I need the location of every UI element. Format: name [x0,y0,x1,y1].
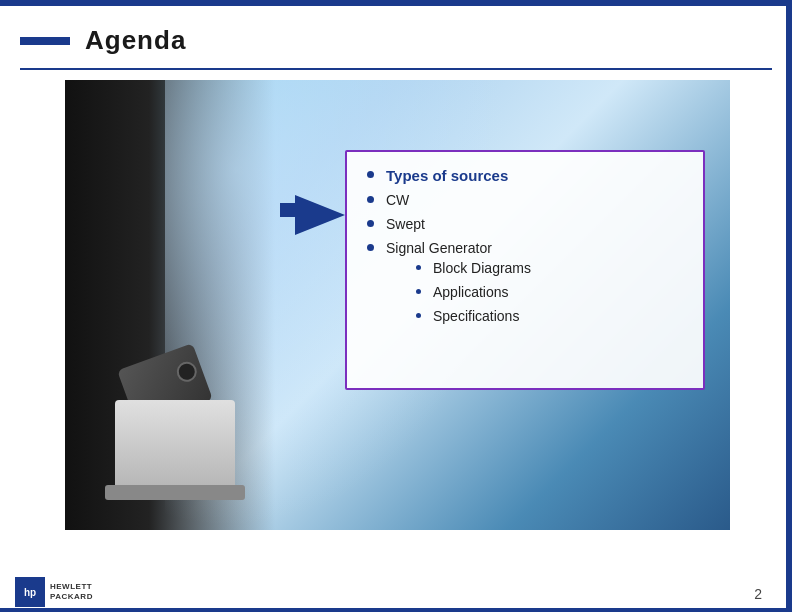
direction-arrow [280,190,350,240]
bullet-text-block-diagrams: Block Diagrams [433,260,531,276]
bullet-text-cw: CW [386,192,409,208]
bullet-text-applications: Applications [433,284,509,300]
top-accent-bar [0,0,792,6]
bullet-cw: CW [367,192,683,208]
bullet-specifications: Specifications [416,308,531,324]
bullet-block-diagrams: Block Diagrams [416,260,531,276]
bullet-dot-swept [367,220,374,227]
bullet-dot-specifications [416,313,421,318]
right-accent-bar [786,0,792,612]
projector-lens [174,359,200,385]
header-accent-bar [20,37,70,45]
bullet-dot-applications [416,289,421,294]
bullet-types: Types of sources [367,167,683,184]
company-name: HEWLETT PACKARD [50,582,93,603]
page-number: 2 [754,586,762,602]
header: Agenda [0,15,792,66]
presentation-area: Types of sources CW Swept Signal Generat… [65,80,730,530]
bullet-text-signal-gen: Signal Generator [386,240,492,256]
sub-items: Block Diagrams Applications Specificatio… [416,260,531,324]
page-title: Agenda [85,25,186,56]
bullet-signal-gen: Signal Generator Block Diagrams Applicat… [367,240,683,332]
bullet-text-swept: Swept [386,216,425,232]
bullet-swept: Swept [367,216,683,232]
bullet-applications: Applications [416,284,531,300]
arrow-head [295,195,345,235]
header-divider [20,68,772,70]
bullet-text-types: Types of sources [386,167,508,184]
footer: hp HEWLETT PACKARD [15,577,93,607]
hp-logo: hp [15,577,45,607]
content-box-inner: Types of sources CW Swept Signal Generat… [347,152,703,355]
bullet-text-specifications: Specifications [433,308,519,324]
projector-illustration [85,300,285,500]
bullet-dot-block-diagrams [416,265,421,270]
bottom-accent-bar [0,608,792,612]
bullet-dot-types [367,171,374,178]
bullet-dot-cw [367,196,374,203]
content-box: Types of sources CW Swept Signal Generat… [345,150,705,390]
bullet-dot-signal-gen [367,244,374,251]
projector-stand [115,400,235,500]
